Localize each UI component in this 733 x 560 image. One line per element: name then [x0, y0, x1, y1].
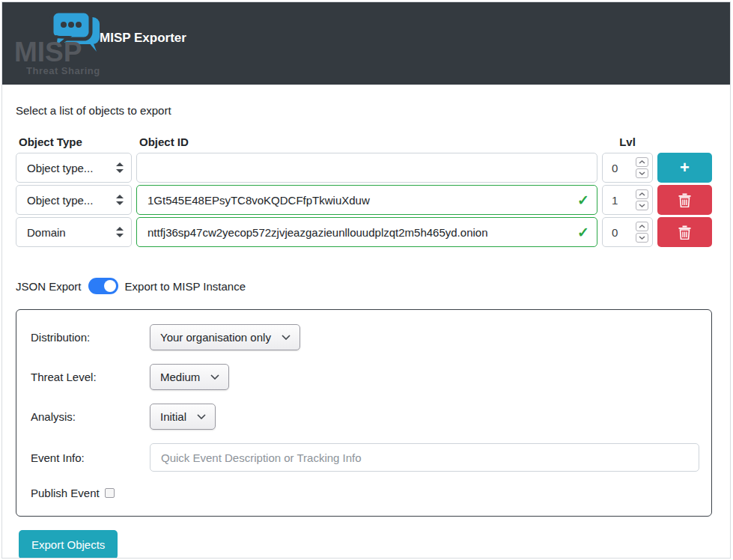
trash-icon: [678, 225, 691, 240]
app-window: MISP Threat Sharing MISP Exporter Select…: [1, 1, 731, 559]
object-type-selected-value: Object type...: [27, 194, 116, 207]
spin-up-button[interactable]: [636, 189, 648, 199]
misp-options-panel: Distribution: Your organisation only Thr…: [16, 309, 712, 517]
chevron-down-icon: [197, 414, 206, 419]
object-type-selected-value: Object type...: [27, 162, 116, 174]
chevron-down-icon: [210, 374, 219, 380]
column-header-actions: [657, 142, 712, 144]
object-type-select[interactable]: Object type...: [16, 185, 132, 215]
analysis-row: Analysis: Initial: [31, 404, 699, 430]
distribution-selected-value: Your organisation only: [160, 331, 271, 344]
plus-icon: +: [680, 159, 690, 176]
lvl-spinner: [636, 157, 648, 178]
lvl-value: 0: [612, 162, 636, 174]
distribution-row: Distribution: Your organisation only: [31, 324, 699, 350]
delete-row-button[interactable]: [657, 217, 712, 247]
object-type-select[interactable]: Object type...: [16, 153, 132, 183]
lvl-spinner: [636, 222, 648, 243]
event-info-row: Event Info:: [31, 443, 699, 472]
page-title: MISP Exporter: [100, 31, 186, 46]
publish-event-label: Publish Event: [31, 487, 100, 499]
export-objects-button[interactable]: Export Objects: [19, 530, 118, 559]
distribution-label: Distribution:: [31, 331, 150, 344]
analysis-label: Analysis:: [31, 410, 150, 423]
publish-event-checkbox[interactable]: [105, 488, 115, 498]
threat-level-row: Threat Level: Medium: [31, 364, 699, 390]
main-content: Select a list of objects to export Objec…: [2, 104, 730, 559]
publish-event-row: Publish Event: [31, 487, 699, 499]
chevron-down-icon: [282, 335, 291, 340]
object-table: Object Type Object ID Lvl Object type...…: [16, 136, 712, 247]
column-header-lvl: Lvl: [602, 136, 653, 150]
object-id-input[interactable]: [136, 217, 597, 247]
lvl-number-input[interactable]: 0: [602, 153, 653, 183]
select-updown-icon: [116, 162, 124, 173]
spin-down-button[interactable]: [636, 168, 648, 178]
toggle-knob: [104, 280, 116, 292]
object-type-selected-value: Domain: [27, 226, 116, 239]
misp-logo: MISP Threat Sharing: [13, 7, 103, 82]
distribution-select[interactable]: Your organisation only: [150, 324, 300, 350]
lvl-value: 0: [612, 226, 636, 239]
analysis-select[interactable]: Initial: [150, 404, 216, 430]
add-row-button[interactable]: +: [657, 153, 712, 183]
column-header-object-id: Object ID: [136, 136, 597, 150]
threat-level-selected-value: Medium: [160, 371, 200, 383]
spin-down-button[interactable]: [636, 233, 648, 243]
lvl-number-input[interactable]: 1: [602, 185, 653, 215]
app-header: MISP Threat Sharing MISP Exporter: [2, 2, 730, 85]
threat-level-select[interactable]: Medium: [150, 364, 229, 390]
export-mode-toggle[interactable]: [88, 278, 118, 294]
object-id-cell: ✓: [136, 185, 597, 215]
spin-down-button[interactable]: [636, 201, 648, 210]
intro-text: Select a list of objects to export: [16, 104, 712, 117]
misp-logo-name: MISP: [14, 38, 82, 66]
select-updown-icon: [116, 195, 124, 205]
lvl-number-input[interactable]: 0: [602, 217, 653, 247]
spin-up-button[interactable]: [636, 157, 648, 167]
delete-row-button[interactable]: [657, 185, 712, 215]
object-type-select[interactable]: Domain: [16, 217, 132, 247]
event-info-input[interactable]: [150, 443, 699, 472]
object-id-input[interactable]: [136, 153, 597, 183]
spin-up-button[interactable]: [636, 222, 648, 231]
json-export-label: JSON Export: [16, 280, 82, 293]
analysis-selected-value: Initial: [160, 410, 186, 423]
trash-icon: [678, 193, 691, 207]
export-mode-row: JSON Export Export to MISP Instance: [16, 278, 712, 294]
object-id-input[interactable]: [136, 185, 597, 215]
select-updown-icon: [116, 227, 124, 237]
lvl-value: 1: [612, 194, 636, 207]
lvl-spinner: [636, 189, 648, 210]
misp-instance-label: Export to MISP Instance: [125, 280, 246, 293]
object-id-cell: ✓: [136, 217, 597, 247]
threat-level-label: Threat Level:: [31, 371, 150, 383]
event-info-label: Event Info:: [31, 451, 150, 464]
column-header-object-type: Object Type: [16, 136, 132, 150]
misp-logo-tagline: Threat Sharing: [26, 65, 100, 76]
object-id-cell: [136, 153, 597, 183]
